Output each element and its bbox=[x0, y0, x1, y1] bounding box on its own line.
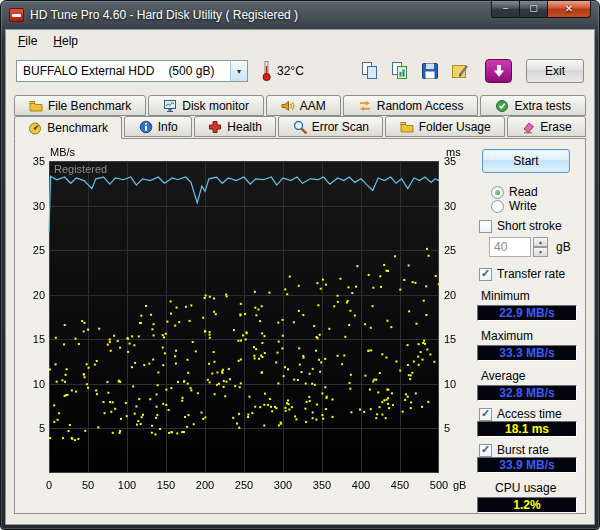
window-controls: – ▢ ✕ bbox=[492, 1, 591, 18]
access-time-checkbox[interactable]: Access time bbox=[479, 407, 577, 421]
menu-file[interactable]: File bbox=[10, 32, 45, 50]
maximum-label: Maximum bbox=[481, 329, 577, 343]
copy-image-button[interactable] bbox=[386, 59, 413, 84]
transfer-rate-checkbox-box[interactable] bbox=[479, 268, 492, 281]
burst-rate-checkbox-box[interactable] bbox=[479, 444, 492, 457]
burst-rate-value: 33.9 MB/s bbox=[477, 457, 577, 473]
maximum-value: 33.3 MB/s bbox=[477, 345, 577, 361]
save-button[interactable] bbox=[416, 59, 443, 84]
tab-benchmark[interactable]: Benchmark bbox=[14, 116, 122, 139]
download-arrow-icon bbox=[492, 64, 506, 78]
edit-options-icon bbox=[450, 61, 470, 81]
read-radio-circle[interactable] bbox=[491, 186, 504, 199]
monitor-icon bbox=[163, 99, 177, 113]
tab-aam[interactable]: AAM bbox=[266, 95, 341, 116]
thermometer-icon bbox=[260, 60, 273, 82]
close-button[interactable]: ✕ bbox=[547, 1, 591, 18]
hdtune-window: HD Tune Pro 4.60 - Hard Disk Utility ( R… bbox=[0, 0, 600, 530]
chart-area bbox=[15, 139, 473, 513]
titlebar: HD Tune Pro 4.60 - Hard Disk Utility ( R… bbox=[1, 1, 599, 29]
exit-button[interactable]: Exit bbox=[526, 59, 584, 83]
read-radio[interactable]: Read bbox=[491, 185, 577, 199]
tab-folder-usage[interactable]: Folder Usage bbox=[385, 116, 505, 137]
tab-row-bottom: Benchmark Info Health bbox=[6, 116, 594, 139]
tab-disk-monitor[interactable]: Disk monitor bbox=[148, 95, 264, 116]
copy-image-icon bbox=[390, 61, 410, 81]
access-time-value: 18.1 ms bbox=[477, 421, 577, 437]
health-cross-icon bbox=[208, 120, 222, 134]
write-radio[interactable]: Write bbox=[491, 199, 577, 213]
capture-button[interactable] bbox=[485, 59, 512, 83]
app-icon bbox=[9, 8, 24, 22]
minimize-button[interactable]: – bbox=[491, 1, 520, 18]
short-stroke-checkbox-box[interactable] bbox=[479, 220, 492, 233]
start-button[interactable]: Start bbox=[482, 149, 570, 173]
minimum-value: 22.9 MB/s bbox=[477, 305, 577, 321]
info-icon bbox=[139, 120, 153, 134]
tab-erase[interactable]: Erase bbox=[507, 116, 586, 137]
tab-error-scan[interactable]: Error Scan bbox=[278, 116, 383, 137]
chevron-down-icon[interactable]: ▼ bbox=[230, 61, 247, 81]
tab-health[interactable]: Health bbox=[194, 116, 276, 137]
benchmark-controls: Start Read Write Short stroke bbox=[473, 139, 585, 513]
random-access-icon bbox=[358, 99, 372, 113]
toolbar-buttons bbox=[356, 59, 473, 84]
burst-rate-checkbox[interactable]: Burst rate bbox=[479, 443, 577, 457]
copy-icon bbox=[360, 61, 380, 81]
maximize-button[interactable]: ▢ bbox=[519, 1, 548, 18]
menu-help[interactable]: Help bbox=[45, 32, 86, 50]
edit-options-button[interactable] bbox=[446, 59, 473, 84]
speaker-icon bbox=[281, 99, 295, 113]
tab-extra-tests[interactable]: Extra tests bbox=[480, 95, 586, 116]
minimum-label: Minimum bbox=[481, 289, 577, 303]
write-radio-circle[interactable] bbox=[491, 200, 504, 213]
benchmark-page: Start Read Write Short stroke bbox=[14, 138, 586, 514]
menu-bar: File Help bbox=[6, 30, 594, 51]
drive-name: BUFFALO External HDD bbox=[23, 64, 154, 78]
folder-icon bbox=[400, 120, 414, 134]
client-area: File Help BUFFALO External HDD (500 gB) … bbox=[5, 29, 595, 525]
benchmark-chart bbox=[19, 145, 473, 497]
average-label: Average bbox=[481, 369, 577, 383]
spin-up-icon[interactable]: ▲ bbox=[533, 237, 548, 247]
short-stroke-checkbox[interactable]: Short stroke bbox=[479, 219, 577, 233]
magnifier-icon bbox=[293, 120, 307, 134]
drive-select[interactable]: BUFFALO External HDD (500 gB) ▼ bbox=[16, 60, 248, 82]
benchmark-gauge-icon bbox=[28, 121, 42, 135]
short-stroke-size: ▲ ▼ gB bbox=[489, 237, 577, 257]
temperature-value: 32°C bbox=[277, 64, 304, 78]
tab-file-benchmark[interactable]: File Benchmark bbox=[14, 95, 146, 116]
window-title: HD Tune Pro 4.60 - Hard Disk Utility ( R… bbox=[30, 8, 298, 22]
toolbar: BUFFALO External HDD (500 gB) ▼ 32°C bbox=[6, 51, 594, 91]
temperature-indicator: 32°C bbox=[260, 60, 304, 82]
transfer-rate-checkbox[interactable]: Transfer rate bbox=[479, 267, 577, 281]
average-value: 32.8 MB/s bbox=[477, 385, 577, 401]
tab-info[interactable]: Info bbox=[124, 116, 192, 137]
access-time-checkbox-box[interactable] bbox=[479, 408, 492, 421]
folder-chart-icon bbox=[29, 99, 43, 113]
eraser-icon bbox=[521, 120, 535, 134]
spin-down-icon[interactable]: ▼ bbox=[533, 247, 548, 257]
short-stroke-unit: gB bbox=[556, 240, 571, 254]
short-stroke-input[interactable] bbox=[489, 237, 531, 257]
short-stroke-spinner: ▲ ▼ bbox=[533, 237, 548, 257]
tab-row-top: File Benchmark Disk monitor AAM bbox=[6, 95, 594, 116]
cpu-usage-label: CPU usage bbox=[495, 481, 577, 495]
drive-size: (500 gB) bbox=[168, 64, 214, 78]
save-icon bbox=[420, 61, 440, 81]
cpu-usage-value: 1.2% bbox=[477, 497, 577, 513]
tab-random-access[interactable]: Random Access bbox=[343, 95, 479, 116]
copy-button[interactable] bbox=[356, 59, 383, 84]
extra-tests-icon bbox=[495, 99, 509, 113]
